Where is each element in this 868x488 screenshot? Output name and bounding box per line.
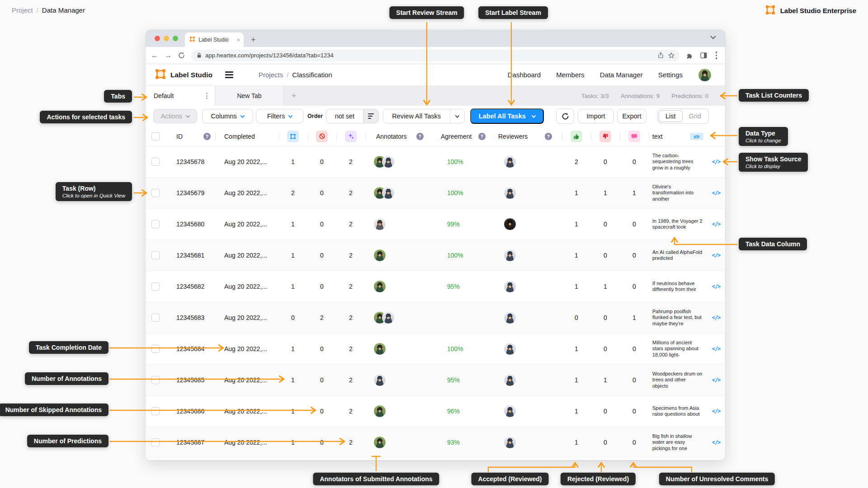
skipped-count: 0 xyxy=(307,271,336,302)
new-browser-tab-button[interactable]: + xyxy=(251,33,256,47)
show-source-icon[interactable]: </> xyxy=(712,314,721,321)
column-header-id[interactable]: ID? xyxy=(165,127,215,146)
callout-show-source: Show Task Source Click to display xyxy=(739,153,808,172)
browser-menu-icon[interactable] xyxy=(714,50,719,61)
task-table-body: 12345678 Aug 20 2022,... 1 0 2 100% 2 0 … xyxy=(146,146,725,458)
task-text: Specimens from Asia raise questions abou… xyxy=(649,396,707,427)
refresh-button[interactable] xyxy=(556,108,574,124)
back-icon[interactable]: ← xyxy=(151,52,158,60)
window-minimize-button[interactable] xyxy=(164,36,169,41)
table-row[interactable]: 12345680 Aug 20 2022,... 1 0 2 99% 1 0 0… xyxy=(146,209,725,240)
sort-direction-button[interactable] xyxy=(363,109,378,123)
side-panel-icon[interactable] xyxy=(700,52,708,59)
show-source-icon[interactable]: </> xyxy=(712,190,721,196)
show-source-icon[interactable]: </> xyxy=(712,346,721,352)
column-header-annotators[interactable]: Annotators? xyxy=(365,127,431,146)
review-options-chevron[interactable] xyxy=(450,109,464,123)
actions-dropdown[interactable]: Actions xyxy=(153,109,197,123)
tab-options-icon[interactable] xyxy=(204,91,209,101)
table-row[interactable]: 12345682 Aug 20 2022,... 1 0 2 95% 1 1 0… xyxy=(146,271,725,302)
column-header-annotations[interactable] xyxy=(278,127,307,146)
reload-icon[interactable] xyxy=(178,52,185,59)
column-header-agreement[interactable]: Agreement? xyxy=(431,127,487,146)
bookmark-star-icon[interactable] xyxy=(668,52,675,59)
user-avatar[interactable] xyxy=(698,68,712,82)
nav-data-manager[interactable]: Data Manager xyxy=(600,71,643,79)
column-header-accepted[interactable] xyxy=(562,127,591,146)
table-row[interactable]: 12345685 Aug 20 2022,... 1 0 2 95% 1 1 0… xyxy=(146,365,725,396)
row-checkbox[interactable] xyxy=(151,158,160,166)
nav-members[interactable]: Members xyxy=(556,71,585,79)
list-view-button[interactable]: List xyxy=(659,110,683,122)
select-all-checkbox[interactable] xyxy=(151,132,160,141)
column-header-rejected[interactable] xyxy=(591,127,620,146)
table-row[interactable]: 12345681 Aug 20 2022,... 1 0 2 100% 1 0 … xyxy=(146,240,725,271)
row-checkbox[interactable] xyxy=(151,314,160,322)
close-tab-icon[interactable]: × xyxy=(236,37,240,43)
hamburger-menu-icon[interactable] xyxy=(225,71,233,78)
row-checkbox[interactable] xyxy=(151,345,160,353)
table-row[interactable]: 12345687 Aug 20 2022,... 1 0 2 93% 1 0 0… xyxy=(146,427,725,458)
row-checkbox[interactable] xyxy=(151,251,160,259)
column-header-comments[interactable] xyxy=(620,127,649,146)
table-row[interactable]: 12345686 Aug 20 2022,... 1 0 2 96% 1 0 0… xyxy=(146,396,725,427)
grid-view-button[interactable]: Grid xyxy=(683,111,708,122)
column-header-text[interactable]: text str xyxy=(649,127,707,146)
share-icon[interactable] xyxy=(657,52,664,59)
import-button[interactable]: Import xyxy=(578,109,614,123)
show-source-icon[interactable]: </> xyxy=(712,159,721,165)
filters-dropdown[interactable]: Filters xyxy=(256,109,303,123)
annotations-count: 2 xyxy=(278,178,307,208)
row-checkbox[interactable] xyxy=(151,438,160,446)
show-source-icon[interactable]: </> xyxy=(712,221,721,227)
export-button[interactable]: Export xyxy=(617,109,646,123)
comments-count: 0 xyxy=(620,365,649,395)
agreement-value: 96% xyxy=(431,396,487,427)
show-source-icon[interactable]: </> xyxy=(712,377,721,383)
view-tab-new[interactable]: New Tab xyxy=(215,86,284,106)
row-checkbox[interactable] xyxy=(151,189,160,197)
window-close-button[interactable] xyxy=(155,36,160,41)
show-source-icon[interactable]: </> xyxy=(712,252,721,258)
address-bar[interactable]: app.heartex.com/projects/123456/data?tab… xyxy=(191,50,679,61)
table-row[interactable]: 12345678 Aug 20 2022,... 1 0 2 100% 2 0 … xyxy=(146,146,725,178)
nav-dashboard[interactable]: Dashboard xyxy=(508,71,541,79)
columns-dropdown[interactable]: Columns xyxy=(202,109,253,123)
nav-settings[interactable]: Settings xyxy=(658,71,683,79)
column-header-reviewers[interactable]: Reviewers? xyxy=(487,127,562,146)
breadcrumb-parent[interactable]: Project xyxy=(12,6,33,14)
extensions-puzzle-icon[interactable] xyxy=(686,52,693,59)
breadcrumb-projects[interactable]: Projects xyxy=(259,71,283,79)
browser-tab[interactable]: Label Studio × xyxy=(185,33,244,47)
row-checkbox[interactable] xyxy=(151,407,160,415)
label-all-tasks-button[interactable]: Label All Tasks xyxy=(470,108,544,124)
review-all-tasks-button[interactable]: Review All Tasks xyxy=(383,109,450,123)
order-value-button[interactable]: not set xyxy=(326,109,363,123)
label-studio-logo-icon xyxy=(155,68,166,82)
agreement-value: 100% xyxy=(431,146,487,177)
column-header-predictions[interactable] xyxy=(336,127,365,146)
column-header-completed[interactable]: Completed xyxy=(215,127,278,146)
data-type-badge[interactable]: str xyxy=(690,133,703,140)
table-row[interactable]: 12345683 Aug 20 2022,... 0 2 2 0 0 1 Pah… xyxy=(146,302,725,333)
help-icon[interactable]: ? xyxy=(416,133,424,140)
row-checkbox[interactable] xyxy=(151,376,160,384)
show-source-icon[interactable]: </> xyxy=(712,283,721,290)
reviewers-cell xyxy=(487,427,562,458)
help-icon[interactable]: ? xyxy=(545,133,552,140)
table-row[interactable]: 12345679 Aug 20 2022,... 2 0 2 100% 1 1 … xyxy=(146,178,725,209)
tab-search-chevron-icon[interactable] xyxy=(710,33,716,39)
help-icon[interactable]: ? xyxy=(478,133,486,140)
row-checkbox[interactable] xyxy=(151,282,160,291)
window-zoom-button[interactable] xyxy=(173,36,178,41)
show-source-icon[interactable]: </> xyxy=(712,408,721,414)
forward-icon[interactable]: → xyxy=(165,52,172,60)
add-view-tab-button[interactable]: + xyxy=(284,86,304,106)
help-icon[interactable]: ? xyxy=(203,133,211,140)
show-source-icon[interactable]: </> xyxy=(712,439,721,446)
view-tab-default[interactable]: Default xyxy=(146,86,215,106)
table-row[interactable]: 12345684 Aug 20 2022,... 1 0 2 100% 1 0 … xyxy=(146,333,725,365)
row-checkbox[interactable] xyxy=(151,220,160,228)
rejected-count: 0 xyxy=(591,209,620,239)
column-header-skipped[interactable] xyxy=(307,127,336,146)
